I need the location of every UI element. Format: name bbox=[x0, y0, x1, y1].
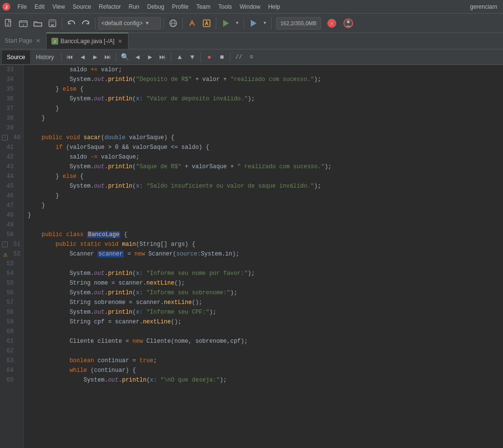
code-line-61[interactable]: Cliente cliente = new Cliente(nome, sobr… bbox=[24, 336, 503, 346]
run-button[interactable] bbox=[219, 16, 232, 30]
code-line-54[interactable]: System.out.println(x: "Informe seu nome … bbox=[24, 269, 503, 278]
toggle-comments-button[interactable]: // bbox=[233, 51, 244, 63]
redo-button[interactable] bbox=[79, 16, 93, 30]
code-line-58[interactable]: System.out.println(x: "Informe seu CPF:"… bbox=[24, 307, 503, 317]
code-line-35[interactable]: } else { bbox=[24, 84, 503, 94]
build-project-button[interactable] bbox=[200, 16, 213, 30]
diff-next-button[interactable]: ▶ bbox=[144, 51, 156, 63]
toolbar-separator-6 bbox=[243, 17, 244, 29]
code-line-56[interactable]: System.out.println(x: "Informe seu sobre… bbox=[24, 288, 503, 298]
build-button[interactable] bbox=[185, 16, 199, 30]
new-project-button[interactable] bbox=[16, 16, 30, 30]
tab-bar: Start Page ✕ J BancoLage.java [-/A] ✕ bbox=[0, 33, 503, 49]
code-line-48[interactable]: } bbox=[24, 210, 503, 220]
code-line-39[interactable] bbox=[24, 123, 503, 133]
gutter-57: 57 bbox=[0, 298, 23, 307]
menu-profile[interactable]: Profile bbox=[168, 2, 193, 11]
code-line-62[interactable] bbox=[24, 346, 503, 356]
svg-point-24 bbox=[347, 20, 350, 23]
app-icon: J bbox=[2, 2, 11, 11]
notifications-button[interactable]: ! bbox=[324, 16, 340, 31]
menu-team[interactable]: Team bbox=[193, 2, 214, 11]
source-tab-history[interactable]: History bbox=[31, 50, 59, 64]
menu-tools[interactable]: Tools bbox=[214, 2, 236, 11]
clear-button[interactable]: ■ bbox=[216, 51, 227, 63]
code-line-63[interactable]: boolean continuar = true; bbox=[24, 356, 503, 366]
menu-window[interactable]: Window bbox=[236, 2, 264, 11]
open-file-button[interactable] bbox=[31, 16, 45, 30]
gutter-47: 47 bbox=[0, 201, 23, 210]
config-dropdown[interactable]: <default config> ▼ bbox=[98, 17, 161, 30]
code-line-36[interactable]: System.out.println(x: "Valor de depósito… bbox=[24, 94, 503, 104]
source-tab-source[interactable]: Source bbox=[2, 50, 30, 64]
code-line-53[interactable] bbox=[24, 259, 503, 269]
menu-refactor[interactable]: Refactor bbox=[95, 2, 125, 11]
code-line-37[interactable]: } bbox=[24, 104, 503, 113]
code-line-52[interactable]: Scanner scanner = new Scanner(source:Sys… bbox=[24, 249, 503, 259]
tab-banco-lage[interactable]: J BancoLage.java [-/A] ✕ bbox=[47, 32, 129, 49]
svg-rect-2 bbox=[5, 19, 11, 26]
code-line-40[interactable]: public void sacar(double valorSaque) { bbox=[24, 133, 503, 143]
code-line-41[interactable]: if (valorSaque > 0 && valorSaque <= sald… bbox=[24, 143, 503, 152]
menu-help[interactable]: Help bbox=[264, 2, 284, 11]
close-window-button[interactable] bbox=[46, 16, 59, 30]
source-toolbar: Source History ⏮ ◀ ▶ ⏭ 🔍 ◀ ▶ ⏭ ▲ ▼ ● ■ /… bbox=[0, 49, 503, 65]
stop-button[interactable]: ● bbox=[203, 51, 215, 63]
code-line-45[interactable]: System.out.println(x: "Saldo insuficient… bbox=[24, 181, 503, 191]
menu-edit[interactable]: Edit bbox=[31, 2, 49, 11]
code-line-55[interactable]: String nome = scanner.nextLine(); bbox=[24, 278, 503, 288]
debug-dropdown-button[interactable]: ▼ bbox=[261, 16, 269, 30]
code-line-33[interactable]: saldo += valor; bbox=[24, 65, 503, 75]
code-line-46[interactable]: } bbox=[24, 191, 503, 201]
undo-button[interactable] bbox=[65, 16, 78, 30]
warning-icon-52: ⚠ bbox=[2, 251, 9, 257]
java-file-icon: J bbox=[51, 38, 58, 45]
memory-indicator[interactable]: 162,2/355,0MB bbox=[276, 17, 321, 30]
code-line-50[interactable]: public class BancoLage { bbox=[24, 230, 503, 240]
new-file-button[interactable] bbox=[2, 16, 16, 30]
code-line-65[interactable]: System.out.println(x: "\nO que deseja:")… bbox=[24, 375, 503, 385]
code-line-59[interactable]: String cpf = scanner.nextLine(); bbox=[24, 317, 503, 327]
menu-debug[interactable]: Debug bbox=[143, 2, 168, 11]
run-dropdown-button[interactable]: ▼ bbox=[233, 16, 241, 30]
code-line-47[interactable]: } bbox=[24, 201, 503, 210]
tab-start-page[interactable]: Start Page ✕ bbox=[0, 32, 47, 49]
code-line-44[interactable]: } else { bbox=[24, 172, 503, 181]
gutter-40: − 40 bbox=[0, 133, 23, 143]
first-change-button[interactable]: ⏮ bbox=[64, 51, 76, 63]
diff-last-button[interactable]: ⏭ bbox=[157, 51, 168, 63]
code-line-38[interactable]: } bbox=[24, 113, 503, 123]
gutter-50: 50 bbox=[0, 230, 23, 240]
menu-view[interactable]: View bbox=[49, 2, 69, 11]
search-button[interactable]: 🔍 bbox=[119, 51, 130, 63]
prev-error-button[interactable]: ▲ bbox=[174, 51, 185, 63]
menu-source[interactable]: Source bbox=[69, 2, 95, 11]
diff-prev-button[interactable]: ◀ bbox=[131, 51, 143, 63]
code-line-42[interactable]: saldo -= valorSaque; bbox=[24, 152, 503, 162]
code-line-51[interactable]: public static void main(String[] args) { bbox=[24, 240, 503, 249]
code-line-34[interactable]: System.out.println("Deposito de R$" + va… bbox=[24, 75, 503, 84]
next-error-button[interactable]: ▼ bbox=[186, 51, 198, 63]
code-line-57[interactable]: String sobrenome = scanner.nextLine(); bbox=[24, 298, 503, 307]
gutter-45: 45 bbox=[0, 181, 23, 191]
fold-40[interactable]: − bbox=[2, 135, 8, 141]
format-button[interactable]: ≡ bbox=[245, 51, 257, 63]
tab-start-close[interactable]: ✕ bbox=[35, 38, 41, 44]
next-bookmark-button[interactable]: ▶ bbox=[89, 51, 101, 63]
menu-file[interactable]: File bbox=[14, 2, 31, 11]
prev-bookmark-button[interactable]: ◀ bbox=[77, 51, 88, 63]
gutter-65: 65 bbox=[0, 375, 23, 385]
globe-button[interactable] bbox=[166, 16, 180, 30]
profile-button[interactable] bbox=[341, 16, 356, 31]
debug-button[interactable] bbox=[246, 16, 260, 30]
menu-run[interactable]: Run bbox=[125, 2, 143, 11]
code-line-64[interactable]: while (continuar) { bbox=[24, 366, 503, 375]
code-line-43[interactable]: System.out.println("Saque de R$" + valor… bbox=[24, 162, 503, 172]
code-line-60[interactable] bbox=[24, 327, 503, 336]
code-line-49[interactable] bbox=[24, 220, 503, 230]
tab-banco-close[interactable]: ✕ bbox=[117, 38, 123, 45]
gutter-59: 59 bbox=[0, 317, 23, 327]
code-editor[interactable]: saldo += valor; System.out.println("Depo… bbox=[24, 65, 503, 448]
fold-51[interactable]: − bbox=[2, 241, 8, 247]
last-change-button[interactable]: ⏭ bbox=[102, 51, 114, 63]
